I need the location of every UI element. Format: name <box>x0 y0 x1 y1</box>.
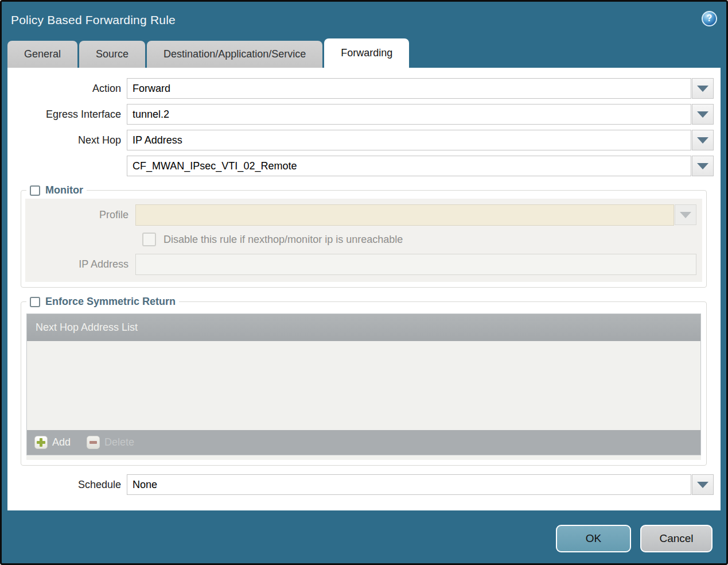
next-hop-address-list-body[interactable] <box>27 341 700 430</box>
next-hop-type-input[interactable] <box>127 130 691 150</box>
enforce-symmetric-return-legend-label: Enforce Symmetric Return <box>45 296 176 308</box>
action-input[interactable] <box>127 78 691 99</box>
chevron-down-icon <box>697 86 708 92</box>
policy-based-forwarding-dialog: Policy Based Forwarding Rule ? General S… <box>0 0 728 565</box>
profile-label: Profile <box>31 209 135 221</box>
delete-button[interactable]: Delete <box>87 436 134 449</box>
ok-button[interactable]: OK <box>556 525 631 552</box>
egress-interface-dropdown-button[interactable] <box>692 104 714 125</box>
tab-bar: General Source Destination/Application/S… <box>2 38 726 68</box>
monitor-panel: Profile Disable this rule if nexthop/mon… <box>25 199 702 282</box>
help-icon[interactable]: ? <box>702 11 717 26</box>
egress-interface-label: Egress Interface <box>7 109 127 121</box>
monitor-ip-address-input <box>135 254 696 275</box>
action-label: Action <box>7 83 127 95</box>
enforce-symmetric-return-legend: Enforce Symmetric Return <box>26 296 179 308</box>
monitor-checkbox[interactable] <box>30 185 40 196</box>
next-hop-label: Next Hop <box>7 134 127 146</box>
profile-dropdown-button <box>675 204 696 225</box>
chevron-down-icon <box>697 482 708 488</box>
disable-rule-label: Disable this rule if nexthop/monitor ip … <box>163 234 403 246</box>
add-button[interactable]: Add <box>34 436 71 449</box>
monitor-legend-label: Monitor <box>45 184 83 196</box>
enforce-symmetric-return-checkbox[interactable] <box>30 297 40 307</box>
next-hop-address-input[interactable] <box>127 156 691 176</box>
tab-destination-application-service[interactable]: Destination/Application/Service <box>147 41 322 68</box>
action-dropdown-button[interactable] <box>692 78 714 99</box>
action-row: Action <box>7 78 714 99</box>
next-hop-row: Next Hop <box>7 130 714 150</box>
minus-icon <box>87 436 100 449</box>
chevron-down-icon <box>680 212 691 218</box>
schedule-label: Schedule <box>7 479 127 491</box>
schedule-input[interactable] <box>127 474 691 495</box>
next-hop-address-dropdown-button[interactable] <box>692 156 714 176</box>
egress-interface-row: Egress Interface <box>7 104 714 125</box>
next-hop-address-list-toolbar: Add Delete <box>27 430 700 455</box>
monitor-ip-address-row: IP Address <box>31 254 696 275</box>
delete-button-label: Delete <box>104 436 134 448</box>
dialog-title: Policy Based Forwarding Rule <box>11 13 176 27</box>
forwarding-tab-panel: Action Egress Interface Next Hop <box>7 68 721 510</box>
dialog-button-bar: OK Cancel <box>2 510 726 552</box>
monitor-legend: Monitor <box>26 184 87 196</box>
egress-interface-input[interactable] <box>127 104 691 125</box>
tab-source[interactable]: Source <box>79 41 145 68</box>
disable-rule-row: Disable this rule if nexthop/monitor ip … <box>142 233 696 246</box>
tab-general[interactable]: General <box>7 41 77 68</box>
monitor-ip-address-label: IP Address <box>31 258 135 270</box>
table-bottom-strip <box>26 455 701 460</box>
monitor-section: Monitor Profile Disable this rule if nex… <box>21 184 707 288</box>
disable-rule-checkbox <box>142 233 156 246</box>
add-button-label: Add <box>52 436 71 448</box>
dialog-titlebar: Policy Based Forwarding Rule ? <box>2 2 726 38</box>
next-hop-type-dropdown-button[interactable] <box>692 130 714 150</box>
chevron-down-icon <box>697 111 708 118</box>
schedule-dropdown-button[interactable] <box>692 474 714 495</box>
next-hop-address-row <box>7 156 714 176</box>
chevron-down-icon <box>697 137 708 144</box>
next-hop-address-list-header[interactable]: Next Hop Address List <box>27 314 700 341</box>
next-hop-address-list-table: Next Hop Address List Add Delete <box>26 314 701 455</box>
plus-icon <box>34 436 48 449</box>
tab-forwarding[interactable]: Forwarding <box>324 38 409 68</box>
profile-row: Profile <box>31 204 696 226</box>
chevron-down-icon <box>697 163 708 169</box>
schedule-row: Schedule <box>7 474 714 495</box>
enforce-symmetric-return-section: Enforce Symmetric Return Next Hop Addres… <box>21 296 707 466</box>
cancel-button[interactable]: Cancel <box>640 525 713 552</box>
profile-input <box>135 204 674 226</box>
